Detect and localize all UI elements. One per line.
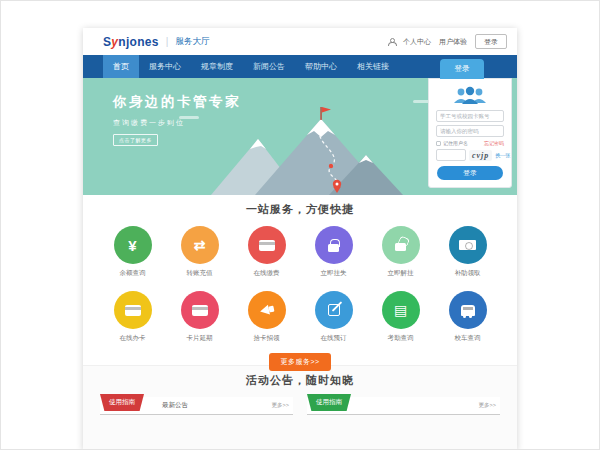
more-services-button[interactable]: 更多服务>> xyxy=(269,353,330,371)
service-item-apply-card[interactable]: 在线办卡 xyxy=(99,291,166,343)
lock-icon xyxy=(315,226,353,264)
latest-news-tab[interactable]: 最新公告 xyxy=(162,401,188,410)
users-icon xyxy=(450,86,490,106)
yen-icon: ¥ xyxy=(114,226,152,264)
username-input[interactable] xyxy=(436,110,504,122)
logo-divider: | xyxy=(166,36,169,47)
services-section: 一站服务，方便快捷 ¥ 余额查询 ⇄ 转账充值 在线缴费 立即挂失 立即解挂 xyxy=(83,195,517,365)
nav-item-news[interactable]: 新闻公告 xyxy=(243,55,295,78)
guide-more-link[interactable]: 更多>> xyxy=(272,402,289,409)
pencil-icon xyxy=(315,291,353,329)
usage-guide-tab-right[interactable]: 使用指南 xyxy=(307,394,351,411)
hero-text-block: 你身边的卡管专家 查询缴费一步到位 点击了解更多 xyxy=(113,93,241,146)
nav-item-home[interactable]: 首页 xyxy=(103,55,139,78)
product-name: 服务大厅 xyxy=(175,36,209,48)
help-more-link[interactable]: 更多>> xyxy=(479,402,496,409)
captcha-input[interactable] xyxy=(436,149,466,161)
refresh-captcha-link[interactable]: 换一张 xyxy=(495,152,510,158)
list-icon: ▤ xyxy=(382,291,420,329)
service-item-payment[interactable]: 在线缴费 xyxy=(233,226,300,278)
captcha-image[interactable]: cvjp xyxy=(469,150,492,161)
announcements-section: 活动公告，随时知晓 使用指南 最新公告 更多>> 使用指南 更多>> xyxy=(83,365,517,450)
card-icon xyxy=(248,226,286,264)
megaphone-icon xyxy=(248,291,286,329)
service-item-lost-found[interactable]: 拾卡招领 xyxy=(233,291,300,343)
service-item-school-bus[interactable]: 校车查询 xyxy=(434,291,501,343)
service-item-subsidy[interactable]: 补助领取 xyxy=(434,226,501,278)
usage-guide-tab[interactable]: 使用指南 xyxy=(100,394,144,411)
header-links: 个人中心 用户体验 登录 xyxy=(388,34,507,49)
service-item-booking[interactable]: 在线预订 xyxy=(300,291,367,343)
card-icon xyxy=(114,291,152,329)
guide-panel-header: 使用指南 最新公告 更多>> xyxy=(100,397,293,415)
remember-label: 记住用户名 xyxy=(443,140,468,146)
services-row-1: ¥ 余额查询 ⇄ 转账充值 在线缴费 立即挂失 立即解挂 补助领取 xyxy=(83,226,517,278)
transfer-icon: ⇄ xyxy=(181,226,219,264)
remember-checkbox[interactable] xyxy=(436,141,441,146)
nav-item-service-center[interactable]: 服务中心 xyxy=(139,55,191,78)
service-item-transfer[interactable]: ⇄ 转账充值 xyxy=(166,226,233,278)
hero-title: 你身边的卡管专家 xyxy=(113,93,241,111)
remember-row: 记住用户名 忘记密码 xyxy=(436,140,504,146)
banknote-icon xyxy=(449,226,487,264)
service-item-attendance[interactable]: ▤ 考勤查询 xyxy=(367,291,434,343)
login-tab[interactable]: 登录 xyxy=(440,59,484,79)
card-icon xyxy=(181,291,219,329)
header-login-button[interactable]: 登录 xyxy=(475,34,507,49)
nav-item-rules[interactable]: 规章制度 xyxy=(191,55,243,78)
service-item-report-loss[interactable]: 立即挂失 xyxy=(300,226,367,278)
service-item-balance[interactable]: ¥ 余额查询 xyxy=(99,226,166,278)
nav-item-help[interactable]: 帮助中心 xyxy=(295,55,347,78)
hero-cta-button[interactable]: 点击了解更多 xyxy=(113,134,158,146)
service-item-card-extend[interactable]: 卡片延期 xyxy=(166,291,233,343)
logo-text-rest: njones xyxy=(118,35,158,49)
hero-banner: 你身边的卡管专家 查询缴费一步到位 点击了解更多 登录 xyxy=(83,78,517,195)
logo-accent-y: y xyxy=(111,35,118,49)
services-row-2: 在线办卡 卡片延期 拾卡招领 在线预订 ▤ 考勤查询 校车查询 xyxy=(83,291,517,343)
bus-icon xyxy=(449,291,487,329)
site-page: Synjones | 服务大厅 个人中心 用户体验 登录 首页 服务中心 规章制… xyxy=(83,28,517,450)
login-submit-button[interactable]: 登录 xyxy=(437,166,503,180)
hero-subtitle: 查询缴费一步到位 xyxy=(113,118,241,128)
help-panel: 使用指南 更多>> xyxy=(307,397,500,415)
personal-center-link[interactable]: 个人中心 xyxy=(403,37,431,47)
password-input[interactable] xyxy=(436,125,504,137)
nav-item-links[interactable]: 相关链接 xyxy=(347,55,399,78)
services-title: 一站服务，方便快捷 xyxy=(83,195,517,217)
brand-logo[interactable]: Synjones xyxy=(103,35,159,49)
unlock-icon xyxy=(382,226,420,264)
announcement-panels: 使用指南 最新公告 更多>> 使用指南 更多>> xyxy=(83,397,517,415)
captcha-row: cvjp 换一张 xyxy=(436,149,504,161)
service-item-cancel-loss[interactable]: 立即解挂 xyxy=(367,226,434,278)
user-feedback-link[interactable]: 用户体验 xyxy=(439,37,467,47)
person-icon xyxy=(388,38,395,45)
top-header: Synjones | 服务大厅 个人中心 用户体验 登录 xyxy=(83,28,517,55)
help-panel-header: 使用指南 更多>> xyxy=(307,397,500,415)
login-panel: 登录 记住用户名 忘记密码 cvjp 换一张 登录 xyxy=(428,78,512,188)
guide-panel: 使用指南 最新公告 更多>> xyxy=(100,397,293,415)
forgot-password-link[interactable]: 忘记密码 xyxy=(484,140,504,146)
